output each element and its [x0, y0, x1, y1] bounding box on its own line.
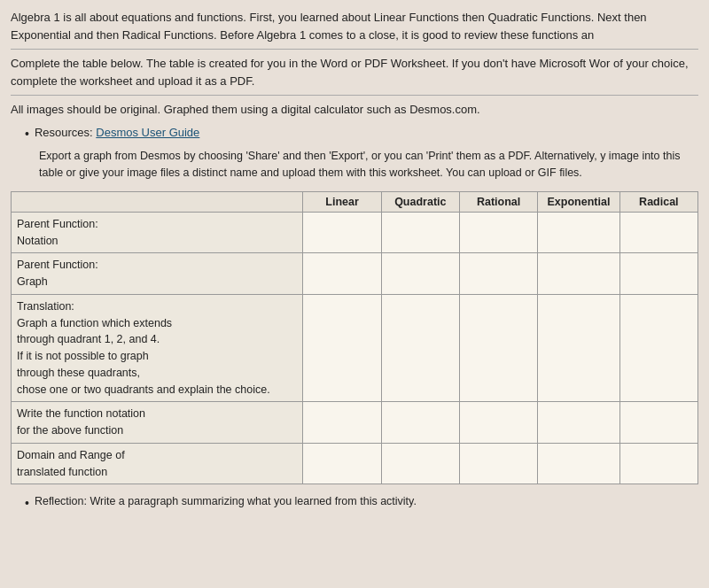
cell-exponential-parent-graph — [538, 253, 620, 295]
bullet-icon: • — [25, 495, 29, 513]
row-label-text: Translation: Graph a function which exte… — [17, 298, 297, 398]
reflection-item: • Reflection: Write a paragraph summariz… — [25, 495, 698, 513]
cell-linear-parent-graph — [303, 253, 381, 295]
cell-quadratic-function-notation — [381, 402, 459, 444]
row-label-text: Parent Function: Notation — [17, 216, 297, 250]
cell-radical-domain-range — [619, 443, 697, 484]
divider2 — [11, 95, 698, 96]
col-header-radical: Radical — [619, 191, 697, 212]
cell-radical-function-notation — [619, 402, 697, 444]
table-row: Translation: Graph a function which exte… — [12, 294, 698, 402]
cell-rational-parent-graph — [459, 253, 537, 295]
cell-rational-function-notation — [459, 402, 537, 444]
cell-linear-parent-notation — [303, 212, 381, 253]
row-label-function-notation: Write the function notation for the abov… — [12, 402, 303, 444]
col-header-exponential: Exponential — [538, 191, 620, 212]
desmos-link[interactable]: Desmos User Guide — [96, 126, 199, 139]
intro-block: Algebra 1 is all about equations and fun… — [11, 9, 698, 119]
col-header-quadratic: Quadratic — [381, 191, 459, 212]
cell-linear-function-notation — [303, 402, 381, 444]
cell-quadratic-parent-graph — [381, 253, 459, 295]
row-label-text: Domain and Range of translated function — [17, 447, 297, 481]
cell-exponential-translation — [538, 294, 620, 402]
row-label-translation: Translation: Graph a function which exte… — [12, 294, 303, 402]
page-container: Algebra 1 is all about equations and fun… — [11, 9, 698, 513]
intro-para2: Complete the table below. The table is c… — [11, 55, 698, 89]
divider1 — [11, 49, 698, 50]
reflection-text: Reflection: Write a paragraph summarizin… — [35, 495, 417, 507]
function-table: Linear Quadratic Rational Exponential Ra… — [11, 191, 698, 485]
cell-quadratic-translation — [381, 294, 459, 402]
cell-exponential-function-notation — [538, 402, 620, 444]
col-header-empty — [12, 191, 303, 212]
cell-rational-parent-notation — [459, 212, 537, 253]
col-header-linear: Linear — [303, 191, 381, 212]
table-row: Parent Function: Notation — [12, 212, 698, 253]
export-note: Export a graph from Desmos by choosing '… — [39, 148, 698, 182]
reflection-section: • Reflection: Write a paragraph summariz… — [25, 495, 698, 513]
cell-quadratic-domain-range — [381, 443, 459, 484]
resources-item: • Resources: Desmos User Guide — [25, 126, 698, 143]
resources-section: • Resources: Desmos User Guide — [25, 126, 698, 143]
resources-text: Resources: Desmos User Guide — [35, 126, 199, 143]
row-label-parent-notation: Parent Function: Notation — [12, 212, 303, 253]
row-label-text: Parent Function: Graph — [17, 257, 297, 290]
row-label-parent-graph: Parent Function: Graph — [12, 253, 303, 295]
cell-rational-translation — [459, 294, 537, 402]
intro-para1: Algebra 1 is all about equations and fun… — [11, 9, 698, 43]
row-label-domain-range: Domain and Range of translated function — [12, 443, 303, 484]
table-row: Parent Function: Graph — [12, 253, 698, 295]
table-header-row: Linear Quadratic Rational Exponential Ra… — [12, 191, 698, 212]
cell-exponential-parent-notation — [538, 212, 620, 253]
table-row: Write the function notation for the abov… — [12, 402, 698, 444]
cell-rational-domain-range — [459, 443, 537, 484]
cell-radical-translation — [619, 294, 697, 402]
resources-label: Resources: — [35, 126, 96, 139]
cell-radical-parent-notation — [619, 212, 697, 253]
intro-para3: All images should be original. Graphed t… — [11, 101, 698, 119]
col-header-rational: Rational — [459, 191, 537, 212]
cell-quadratic-parent-notation — [381, 212, 459, 253]
cell-exponential-domain-range — [538, 443, 620, 484]
row-label-text: Write the function notation for the abov… — [17, 406, 297, 439]
bullet-icon: • — [25, 126, 29, 143]
function-table-wrapper: Linear Quadratic Rational Exponential Ra… — [11, 191, 698, 485]
cell-radical-parent-graph — [619, 253, 697, 295]
cell-linear-translation — [303, 294, 381, 402]
cell-linear-domain-range — [303, 443, 381, 484]
table-row: Domain and Range of translated function — [12, 443, 698, 484]
